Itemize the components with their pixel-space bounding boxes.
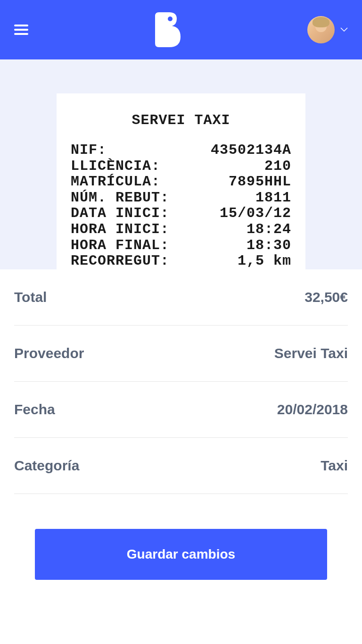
detail-row-total[interactable]: Total 32,50€: [14, 269, 348, 326]
receipt-label: HORA INICI:: [71, 222, 169, 238]
spacer: [0, 580, 362, 644]
receipt-label: NÚM. REBUT:: [71, 190, 169, 206]
receipt-label: HORA FINAL:: [71, 238, 169, 254]
receipt-row: NIF: 43502134A: [71, 142, 291, 159]
detail-label: Total: [14, 289, 47, 305]
app-header: [0, 0, 362, 59]
receipt-row: HORA FINAL: 18:30: [71, 238, 291, 254]
actions-area: Guardar cambios: [0, 494, 362, 580]
detail-row-date[interactable]: Fecha 20/02/2018: [14, 382, 348, 438]
receipt-title: SERVEI TAXI: [71, 112, 291, 128]
receipt-value: 1811: [255, 190, 291, 206]
receipt-label: RECORREGUT:: [71, 253, 169, 269]
detail-row-provider[interactable]: Proveedor Servei Taxi: [14, 326, 348, 382]
receipt-value: 18:24: [247, 222, 291, 238]
detail-label: Fecha: [14, 401, 55, 418]
avatar: [307, 16, 335, 43]
receipt-label: NIF:: [71, 142, 107, 159]
detail-value: 32,50€: [304, 289, 348, 305]
logo-icon: [155, 12, 181, 47]
receipt-value: 210: [264, 159, 291, 175]
receipt-value: 43502134A: [211, 142, 291, 159]
profile-menu[interactable]: [307, 16, 348, 43]
detail-label: Proveedor: [14, 345, 84, 361]
detail-value: 20/02/2018: [277, 401, 348, 418]
receipt-row: HORA INICI: 18:24: [71, 222, 291, 238]
receipt-value: 18:30: [247, 238, 291, 254]
chevron-down-icon: [340, 26, 348, 33]
receipt-preview: SERVEI TAXI NIF: 43502134A LLICÈNCIA: 21…: [0, 59, 362, 269]
app-logo: [155, 12, 181, 47]
receipt-row: DATA INICI: 15/03/12: [71, 206, 291, 222]
receipt-row: LLICÈNCIA: 210: [71, 159, 291, 175]
receipt-image: SERVEI TAXI NIF: 43502134A LLICÈNCIA: 21…: [57, 93, 305, 269]
svg-point-0: [168, 17, 173, 21]
receipt-label: MATRÍCULA:: [71, 174, 160, 190]
save-button[interactable]: Guardar cambios: [35, 529, 327, 580]
receipt-row: NÚM. REBUT: 1811: [71, 190, 291, 206]
receipt-row: MATRÍCULA: 7895HHL: [71, 174, 291, 190]
receipt-value: 15/03/12: [220, 206, 291, 222]
receipt-value: 7895HHL: [229, 174, 291, 190]
receipt-label: DATA INICI:: [71, 206, 169, 222]
receipt-value: 1,5 km: [238, 253, 291, 269]
hamburger-menu-icon[interactable]: [14, 22, 28, 37]
detail-row-category[interactable]: Categoría Taxi: [14, 438, 348, 494]
receipt-label: LLICÈNCIA:: [71, 159, 160, 175]
expense-details: Total 32,50€ Proveedor Servei Taxi Fecha…: [0, 269, 362, 494]
receipt-row: RECORREGUT: 1,5 km: [71, 253, 291, 269]
detail-value: Taxi: [321, 458, 348, 474]
detail-label: Categoría: [14, 458, 79, 474]
detail-value: Servei Taxi: [274, 345, 348, 361]
